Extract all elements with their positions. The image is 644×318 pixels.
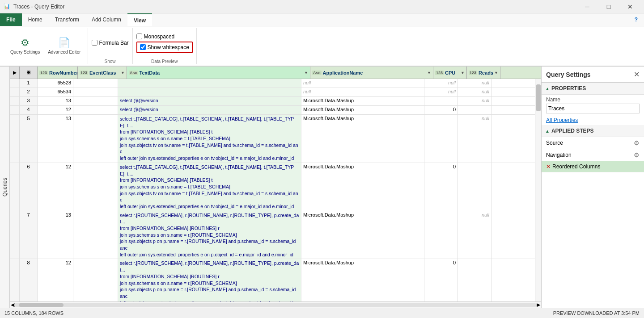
status-bar: 15 COLUMNS, 184 ROWS PREVIEW DOWNLOADED …	[0, 308, 644, 318]
cell-row-1-appname: null	[301, 79, 424, 88]
queries-panel[interactable]: Queries	[0, 67, 10, 308]
cell-row-4-reads	[458, 106, 491, 114]
cell-row-8-cpu: 0	[424, 259, 458, 301]
cell-row-3-eventclass	[73, 97, 118, 105]
cell-row-1-num	[10, 79, 20, 88]
table-row: 6 12 select t.[TABLE_CATALOG], t.[TABLE_…	[10, 163, 535, 211]
formula-bar-checkbox[interactable]: Formula Bar	[92, 39, 129, 47]
query-settings-panel: Query Settings ✕ ▲ PROPERTIES Name All P…	[541, 67, 644, 308]
cell-row-5-appname: Microsoft.Data.Mashup	[301, 115, 424, 163]
step-source[interactable]: Source ⚙	[542, 137, 644, 149]
col-header-cpu[interactable]: 123 CPU ▼	[433, 67, 467, 79]
col-dropdown-cpu[interactable]: ▼	[461, 71, 465, 75]
data-grid-container: ▶ ⊞ 123 RowNumber ▼ 123 EventClass ▼ Asc…	[10, 67, 541, 308]
step-navigation[interactable]: Navigation ⚙	[542, 149, 644, 161]
cell-row-7-reads: null	[458, 211, 491, 259]
name-property-row: Name	[542, 95, 644, 115]
col-header-app-name[interactable]: Asc ApplicationName ▼	[310, 67, 433, 79]
tab-file[interactable]: File	[0, 13, 22, 26]
cell-row-2-reads: null	[458, 88, 491, 96]
horizontal-scrollbar[interactable]: ◀ ▶	[10, 301, 541, 308]
title-bar: 📊 Traces - Query Editor ─ □ ✕	[0, 0, 644, 13]
cell-row-1-rownumber: 65528	[38, 79, 73, 88]
all-properties-link[interactable]: All Properties	[542, 115, 644, 125]
ribbon-content: ⚙ Query Settings 📄 Advanced Editor Formu…	[0, 26, 644, 67]
grid-body: 1 65528 null null null 2 65534 null n	[10, 79, 535, 301]
cell-row-4-rownumber: 12	[38, 106, 73, 114]
col-header-row-number[interactable]: 123 RowNumber ▼	[38, 67, 78, 79]
maximize-button[interactable]: □	[598, 0, 619, 13]
query-settings-button[interactable]: ⚙ Query Settings	[7, 35, 43, 57]
name-label: Name	[546, 96, 640, 103]
ribbon-group-data-preview: Monospaced Show whitespace Data Preview	[133, 28, 197, 64]
cell-row-4-idx: 4	[20, 106, 38, 114]
col-name-reads: Reads	[479, 70, 493, 75]
applied-steps-arrow-icon: ▲	[545, 129, 550, 134]
query-settings-icon: ⚙	[21, 37, 30, 49]
col-header-reads[interactable]: 123 Reads ▼	[467, 67, 500, 79]
applied-steps-section-header[interactable]: ▲ APPLIED STEPS	[542, 125, 644, 137]
table-row: 7 13 select r.[ROUTINE_SCHEMA], r.[ROUTI…	[10, 211, 535, 259]
tab-view[interactable]: View	[127, 13, 152, 26]
close-button[interactable]: ✕	[620, 0, 640, 13]
monospaced-checkbox[interactable]: Monospaced	[136, 33, 175, 41]
advanced-editor-icon: 📄	[58, 37, 70, 49]
queries-label: Queries	[2, 178, 8, 197]
cell-row-3-appname: Microsoft.Data.Mashup	[301, 97, 424, 105]
h-scroll-right-arrow[interactable]: ▶	[537, 302, 540, 308]
cell-row-7-textdata: select r.[ROUTINE_SCHEMA], r.[ROUTINE_NA…	[118, 211, 301, 259]
cell-row-1-textdata	[118, 79, 301, 88]
step-reordered-columns[interactable]: ✕ Reordered Columns	[542, 161, 644, 172]
step-source-label: Source	[546, 140, 563, 146]
show-whitespace-input[interactable]	[140, 44, 146, 50]
show-whitespace-checkbox[interactable]: Show whitespace	[140, 43, 189, 51]
col-dropdown-appname[interactable]: ▼	[427, 71, 431, 75]
cell-row-5-eventclass	[73, 115, 118, 163]
cell-row-6-reads	[458, 163, 491, 211]
h-scroll-thumb[interactable]	[19, 303, 64, 307]
cell-row-5-idx: 5	[20, 115, 38, 163]
col-name-appname: ApplicationName	[323, 70, 363, 75]
step-reordered-x-icon[interactable]: ✕	[546, 163, 551, 170]
v-scroll-track	[535, 79, 541, 301]
cell-row-6-appname: Microsoft.Data.Mashup	[301, 163, 424, 211]
col-name-cpu: CPU	[445, 70, 455, 75]
properties-section-header[interactable]: ▲ PROPERTIES	[542, 83, 644, 95]
col-name-rownumber: RowNumber	[49, 70, 78, 75]
table-row: 1 65528 null null null	[10, 79, 535, 88]
step-reordered-label: Reordered Columns	[552, 163, 600, 170]
formula-bar-input[interactable]	[92, 40, 97, 46]
monospaced-label: Monospaced	[144, 33, 175, 40]
tab-home[interactable]: Home	[22, 13, 49, 26]
tab-transform[interactable]: Transform	[49, 13, 85, 26]
show-whitespace-box: Show whitespace	[136, 42, 193, 53]
cell-row-8-num	[10, 259, 20, 301]
cell-row-5-rownumber: 13	[38, 115, 73, 163]
advanced-editor-button[interactable]: 📄 Advanced Editor	[45, 35, 84, 57]
help-button[interactable]: ?	[628, 13, 644, 26]
step-source-gear-icon[interactable]: ⚙	[634, 139, 640, 146]
cell-row-2-idx: 2	[20, 88, 38, 96]
col-type-badge-textdata: Asc	[129, 71, 138, 75]
cell-row-5-reads: null	[458, 115, 491, 163]
tab-add-column[interactable]: Add Column	[85, 13, 127, 26]
col-dropdown-eventclass[interactable]: ▼	[121, 71, 125, 75]
col-dropdown-reads[interactable]: ▼	[494, 71, 498, 75]
cell-row-6-idx: 6	[20, 163, 38, 211]
col-dropdown-textdata[interactable]: ▼	[304, 71, 308, 75]
h-scroll-left-arrow[interactable]: ◀	[11, 302, 14, 308]
cell-row-4-num	[10, 106, 20, 114]
query-settings-close-button[interactable]: ✕	[634, 70, 640, 79]
col-header-event-class[interactable]: 123 EventClass ▼	[78, 67, 127, 79]
col-header-text-data[interactable]: Asc TextData ▼	[127, 67, 310, 79]
minimize-button[interactable]: ─	[577, 0, 597, 13]
cell-row-8-appname: Microsoft.Data.Mashup	[301, 259, 424, 301]
monospaced-input[interactable]	[136, 33, 142, 39]
cell-row-7-eventclass	[73, 211, 118, 259]
vertical-scrollbar[interactable]	[535, 79, 541, 301]
status-columns-rows: 15 COLUMNS, 184 ROWS	[4, 310, 64, 316]
table-row: 3 13 select @@version Microsoft.Data.Mas…	[10, 97, 535, 106]
step-navigation-gear-icon[interactable]: ⚙	[634, 151, 640, 159]
name-input[interactable]	[546, 104, 640, 113]
v-scroll-thumb[interactable]	[536, 84, 541, 111]
